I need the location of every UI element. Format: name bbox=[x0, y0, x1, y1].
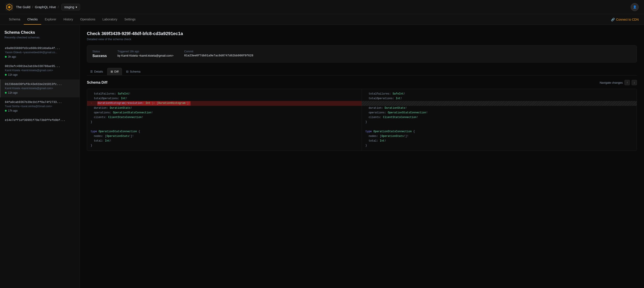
commit-section: Commit 01a23ee0f7db01a9e7ac0d0747d62bb90… bbox=[184, 50, 253, 57]
nav-link-explorer[interactable]: Explorer bbox=[41, 14, 60, 25]
status-section: Status Success bbox=[92, 50, 107, 58]
diff-line: clients: ClientStatsConnection! bbox=[362, 115, 637, 120]
list-item[interactable]: 0819afc4981ba2ab18e338788ae95... Kamil K… bbox=[0, 62, 80, 79]
diff-line: } bbox=[87, 143, 362, 148]
connect-cdn-label: Connect to CDN bbox=[616, 18, 639, 21]
triggered-by: by Kamil Kisiela <kamil.kisiela@gmail.co… bbox=[118, 54, 174, 57]
environment-label: staging bbox=[64, 5, 74, 9]
commit-hash: 01a23ee0f7db01a9e7ac0d0747d62bb900f0f628 bbox=[184, 54, 253, 57]
diff-line: } bbox=[362, 120, 637, 124]
status-dot-icon bbox=[5, 92, 7, 94]
brand-name: The Guild bbox=[16, 5, 30, 9]
diff-line: duration: DurationStats! bbox=[362, 106, 637, 111]
tab-schema-label: Schema bbox=[130, 70, 140, 73]
sidebar: Schema Checks Recently checked schemas. … bbox=[0, 25, 80, 288]
schema-item-author: Kamil Kisiela <kamil.kisiela@gmail.com> bbox=[5, 69, 75, 72]
time-label: 3h ago bbox=[8, 55, 16, 58]
diff-line: nodes: [OperationStats!]! bbox=[87, 134, 362, 139]
diff-line: totalOperations: Int! bbox=[87, 96, 362, 101]
tab-details-label: Details bbox=[94, 70, 103, 73]
tab-schema[interactable]: ⊟ Schema bbox=[123, 68, 144, 75]
schema-item-author: Kamil Kisiela <kamil.kisiela@gmail.com> bbox=[5, 87, 75, 90]
status-dot-icon bbox=[5, 74, 7, 76]
tab-diff[interactable]: ⊞ Diff bbox=[107, 68, 122, 75]
diff-pane-left: totalFailures: SafeInt! totalOperations:… bbox=[87, 89, 362, 151]
status-dot-icon bbox=[5, 56, 7, 58]
list-item[interactable]: e9a0b55886fd3ce608c091dda6a4f... Yassin … bbox=[0, 44, 80, 62]
schema-item-id: e9a0b55886fd3ce608c091dda6a4f... bbox=[5, 47, 75, 50]
schema-item-author: Tuval Simha <tuval.simha@Gmail.com> bbox=[5, 105, 75, 108]
breadcrumb: The Guild / GraphQL Hive / bbox=[16, 5, 59, 9]
diff-container: totalFailures: SafeInt! totalOperations:… bbox=[87, 89, 637, 151]
navigate-label: Navigate changes bbox=[600, 81, 623, 84]
commit-label: Commit bbox=[184, 50, 253, 53]
time-label: 11h ago bbox=[8, 91, 18, 94]
nav-links: Schema Checks Explorer History Operation… bbox=[5, 14, 139, 25]
sidebar-title: Schema Checks bbox=[0, 30, 80, 35]
nav-label-explorer: Explorer bbox=[45, 18, 56, 21]
svg-point-3 bbox=[8, 6, 10, 8]
main-content: Schema Checks Recently checked schemas. … bbox=[0, 25, 644, 288]
nav-link-schema[interactable]: Schema bbox=[5, 14, 24, 25]
diff-line: type OperationStatsConnection { bbox=[362, 129, 637, 134]
content-area: Check 369f3439-929f-48df-bfc8-cd3a9291ec… bbox=[80, 25, 644, 288]
nav-link-checks[interactable]: Checks bbox=[24, 14, 41, 25]
triggered-section: Triggered 19h ago by Kamil Kisiela <kami… bbox=[118, 50, 174, 57]
nav-link-operations[interactable]: Operations bbox=[77, 14, 99, 25]
list-item[interactable]: e14e7eff1ef30991f79e73b0ffefb9bf... bbox=[0, 115, 80, 126]
status-label: Status bbox=[92, 50, 107, 53]
environment-selector[interactable]: staging ▾ bbox=[62, 4, 80, 11]
sidebar-subtitle: Recently checked schemas. bbox=[0, 36, 80, 39]
separator-2: / bbox=[58, 5, 59, 9]
link-icon: 🔗 bbox=[611, 18, 615, 21]
nav-link-settings[interactable]: Settings bbox=[121, 14, 139, 25]
separator-1: / bbox=[32, 5, 33, 9]
diff-line: } bbox=[362, 143, 637, 148]
user-icon: 👤 bbox=[633, 5, 637, 9]
triggered-label: Triggered 19h ago bbox=[118, 50, 174, 53]
schema-icon: ⊟ bbox=[126, 70, 128, 73]
diff-line: type OperationStatsConnection { bbox=[87, 129, 362, 134]
diff-line bbox=[362, 124, 637, 129]
nav-label-history: History bbox=[64, 18, 73, 21]
list-item[interactable]: 84fa0cab9367b39e1b1ff0a74f2733... Tuval … bbox=[0, 97, 80, 115]
project-name: GraphQL Hive bbox=[35, 5, 56, 9]
navigate-prev-button[interactable]: ↑ bbox=[624, 80, 630, 85]
user-avatar-button[interactable]: 👤 bbox=[631, 3, 639, 11]
schema-item-id: 0819afc4981ba2ab18e338788ae95... bbox=[5, 65, 75, 68]
diff-line bbox=[87, 124, 362, 129]
check-title: Check 369f3439-929f-48df-bfc8-cd3a9291ec… bbox=[87, 31, 637, 36]
schema-diff-header: Schema Diff Navigate changes ↑ ↓ bbox=[87, 80, 637, 85]
diff-line: nodes: [OperationStats!]! bbox=[362, 134, 637, 139]
diff-line: total: Int! bbox=[362, 139, 637, 143]
list-icon: ☰ bbox=[90, 70, 93, 73]
schema-item-time: 11h ago bbox=[5, 73, 75, 76]
tabs: ☰ Details ⊞ Diff ⊟ Schema bbox=[87, 68, 637, 75]
diff-line-removed: - durationHistogram(resolution: Int!): [… bbox=[87, 101, 362, 106]
nav-link-history[interactable]: History bbox=[60, 14, 77, 25]
diff-line: total: Int! bbox=[87, 139, 362, 143]
nav-link-laboratory[interactable]: Laboratory bbox=[99, 14, 121, 25]
nav-label-operations: Operations bbox=[80, 18, 95, 21]
tab-details[interactable]: ☰ Details bbox=[87, 68, 106, 75]
nav-label-laboratory: Laboratory bbox=[102, 18, 117, 21]
diff-line: totalFailures: SafeInt! bbox=[87, 92, 362, 96]
nav-label-checks: Checks bbox=[27, 18, 38, 21]
check-subtitle: Detailed view of the schema check bbox=[87, 38, 637, 41]
navigate-next-button[interactable]: ↓ bbox=[632, 80, 637, 85]
connect-cdn-button[interactable]: 🔗 Connect to CDN bbox=[611, 18, 639, 21]
diff-line: operations: OperationStatsConnection! bbox=[362, 111, 637, 115]
schema-item-id: 01238ddd30faf8c43e61be2d1813fc... bbox=[5, 83, 75, 86]
schema-diff-title: Schema Diff bbox=[87, 81, 107, 85]
schema-item-author: Yassin Eldeeb <yassineldeeb94@gmail.co..… bbox=[5, 51, 75, 54]
list-item[interactable]: 01238ddd30faf8c43e61be2d1813fc... Kamil … bbox=[0, 79, 80, 97]
schema-item-time: 17h ago bbox=[5, 109, 75, 112]
diff-line: totalFailures: SafeInt! bbox=[362, 92, 637, 96]
diff-line: totalOperations: Int! bbox=[362, 96, 637, 101]
chevron-down-icon: ▾ bbox=[76, 5, 77, 9]
header-left: The Guild / GraphQL Hive / staging ▾ bbox=[5, 3, 80, 11]
diff-line: } bbox=[87, 120, 362, 124]
nav-label-schema: Schema bbox=[9, 18, 20, 21]
diff-icon: ⊞ bbox=[110, 70, 113, 73]
diff-line: duration: DurationStats! bbox=[87, 106, 362, 111]
